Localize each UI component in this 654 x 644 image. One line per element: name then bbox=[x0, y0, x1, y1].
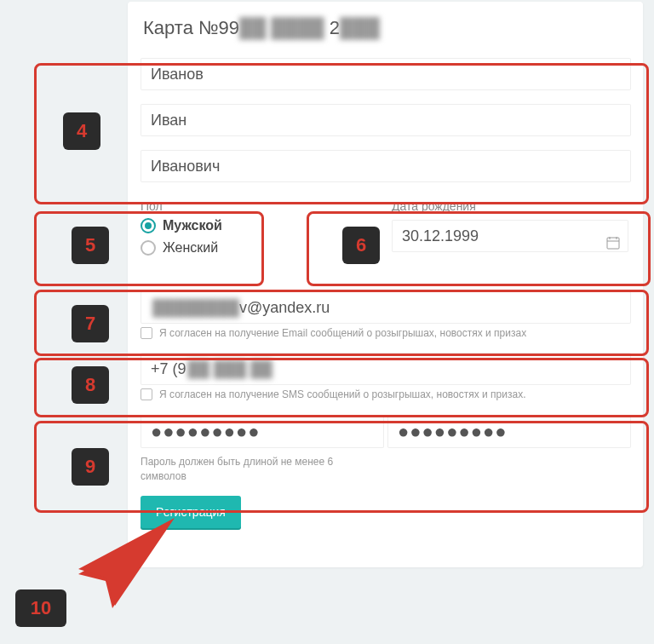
annotation-number-9: 9 bbox=[72, 448, 109, 486]
title-suffix: 2 bbox=[324, 17, 340, 38]
title-blur-2: ███ bbox=[340, 17, 380, 38]
card-title: Карта №99██ ████ 2███ bbox=[143, 17, 380, 39]
annotation-number-10: 10 bbox=[15, 589, 66, 627]
annotation-number-5: 5 bbox=[72, 227, 109, 264]
annotation-box-8 bbox=[34, 358, 649, 417]
annotation-box-5 bbox=[34, 211, 264, 286]
title-blur-1: ██ ████ bbox=[239, 17, 324, 38]
svg-marker-13 bbox=[78, 518, 175, 606]
annotation-number-6: 6 bbox=[342, 227, 380, 264]
annotation-box-4 bbox=[34, 63, 649, 204]
annotation-box-7 bbox=[34, 290, 649, 356]
title-prefix: Карта №99 bbox=[143, 17, 239, 38]
annotation-number-8: 8 bbox=[72, 366, 109, 404]
annotation-arrow-icon bbox=[68, 516, 179, 627]
annotation-box-9 bbox=[34, 421, 649, 513]
annotation-number-4: 4 bbox=[63, 112, 100, 150]
annotation-number-7: 7 bbox=[72, 305, 109, 342]
